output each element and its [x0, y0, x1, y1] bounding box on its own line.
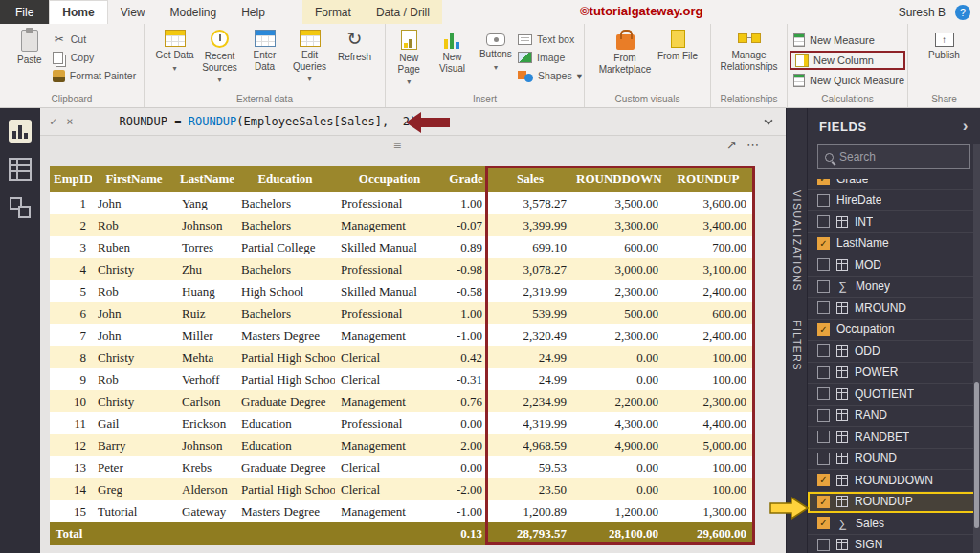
tab-home[interactable]: Home	[49, 0, 107, 24]
user-name[interactable]: Suresh B	[899, 6, 946, 19]
search-input[interactable]	[839, 150, 963, 164]
column-header-firstname[interactable]: FirstName	[92, 166, 176, 192]
column-header-grade[interactable]: Grade	[444, 166, 488, 192]
field-checkbox[interactable]	[817, 453, 830, 465]
shapes-button[interactable]: Shapes▾	[518, 68, 582, 83]
visualizations-pane-tab[interactable]: VISUALIZATIONS	[791, 190, 803, 292]
field-checkbox[interactable]: ✓	[817, 517, 830, 529]
field-item-lastname[interactable]: ✓LastName	[808, 233, 980, 255]
field-item-rand[interactable]: RAND	[808, 406, 980, 428]
report-view-icon[interactable]	[9, 120, 32, 143]
new-column-button[interactable]: New Column	[790, 51, 905, 70]
field-item-odd[interactable]: ODD	[808, 341, 980, 363]
field-item-occupation[interactable]: ✓Occupation	[808, 320, 980, 342]
copy-button[interactable]: Copy	[53, 50, 136, 65]
scrollbar-thumb[interactable]	[974, 382, 979, 529]
table-row[interactable]: 12BarryJohnsonEducationManagement2.004,9…	[50, 434, 752, 456]
recent-sources-button[interactable]: Recent Sources▾	[198, 27, 242, 84]
table-row[interactable]: 13PeterKrebsGraduate DegreeClerical0.005…	[50, 456, 752, 478]
field-checkbox[interactable]: ✓	[817, 323, 830, 336]
column-header-empid[interactable]: EmpID	[50, 166, 92, 192]
table-row[interactable]: 2RobJohnsonBachelorsManagement-0.073,399…	[50, 214, 752, 236]
table-row[interactable]: 4ChristyZhuBachelorsProfessional-0.983,0…	[50, 258, 752, 280]
field-checkbox[interactable]	[817, 194, 830, 207]
field-checkbox[interactable]	[817, 366, 830, 379]
buttons-button[interactable]: Buttons▾	[475, 27, 517, 72]
table-row[interactable]: 11GailEricksonEducationProfessional0.004…	[50, 412, 752, 434]
field-checkbox[interactable]: ✓	[817, 237, 830, 250]
visual-drag-handle-icon[interactable]: ≡	[393, 138, 401, 153]
get-data-button[interactable]: Get Data▾	[153, 27, 197, 73]
field-item-rounddown[interactable]: ✓ROUNDDOWN	[808, 470, 980, 492]
table-row[interactable]: 15TutorialGatewayMasters DegreeManagemen…	[50, 500, 752, 522]
tab-data-drill[interactable]: Data / Drill	[364, 0, 442, 24]
field-checkbox[interactable]	[817, 431, 830, 443]
more-options-icon[interactable]: ⋯	[746, 138, 759, 152]
text-box-button[interactable]: Text box	[518, 32, 582, 47]
field-item-sign[interactable]: SIGN	[808, 535, 980, 553]
field-checkbox[interactable]	[817, 409, 830, 422]
column-header-education[interactable]: Education	[235, 166, 335, 192]
field-item-round[interactable]: ROUND	[808, 449, 980, 471]
table-row[interactable]: 3RubenTorresPartial CollegeSkilled Manua…	[50, 236, 752, 258]
focus-mode-icon[interactable]: ↗	[726, 138, 737, 152]
field-checkbox[interactable]: ✓	[817, 474, 830, 486]
format-painter-button[interactable]: Format Painter	[53, 68, 136, 83]
tab-format[interactable]: Format	[302, 0, 364, 24]
data-view-icon[interactable]	[9, 158, 32, 181]
tab-view[interactable]: View	[108, 0, 158, 24]
help-icon[interactable]: ?	[955, 5, 970, 20]
table-row[interactable]: 1JohnYangBachelorsProfessional1.003,578.…	[50, 192, 752, 214]
paste-button[interactable]: Paste	[8, 27, 52, 66]
field-checkbox[interactable]: ✓	[817, 179, 830, 185]
field-checkbox[interactable]	[817, 280, 830, 293]
filters-pane-tab[interactable]: FILTERS	[791, 321, 803, 371]
column-header-occupation[interactable]: Occupation	[335, 166, 444, 192]
table-row[interactable]: 5RobHuangHigh SchoolSkilled Manual-0.582…	[50, 280, 752, 302]
model-view-icon[interactable]	[9, 196, 32, 219]
field-checkbox[interactable]	[817, 258, 830, 271]
cut-button[interactable]: ✂Cut	[53, 32, 136, 47]
new-quick-measure-button[interactable]: New Quick Measure	[790, 73, 905, 88]
field-item-power[interactable]: POWER	[808, 363, 980, 385]
field-checkbox[interactable]	[817, 301, 830, 314]
field-item-grade[interactable]: ✓Grade	[808, 179, 980, 190]
image-button[interactable]: Image	[518, 50, 582, 65]
cancel-formula-icon[interactable]: ×	[66, 115, 73, 128]
publish-button[interactable]: ↑Publish	[923, 27, 967, 61]
commit-formula-icon[interactable]: ✓	[50, 115, 56, 128]
field-item-roundup[interactable]: ✓ROUNDUP	[808, 492, 980, 514]
from-file-button[interactable]: From File	[656, 27, 700, 62]
table-row[interactable]: 7JohnMillerMasters DegreeManagement-1.00…	[50, 324, 752, 346]
from-marketplace-button[interactable]: From Marketplace	[595, 27, 655, 75]
table-row[interactable]: 9RobVerhoffPartial High SchoolClerical-0…	[50, 368, 752, 390]
edit-queries-button[interactable]: Edit Queries▾	[288, 27, 332, 83]
tab-file[interactable]: File	[0, 0, 49, 24]
search-box[interactable]	[817, 144, 970, 169]
refresh-button[interactable]: ↻Refresh	[333, 27, 377, 63]
column-header-sales[interactable]: Sales	[488, 166, 572, 192]
table-visual[interactable]: EmpIDFirstNameLastNameEducationOccupatio…	[50, 166, 752, 545]
field-item-sales[interactable]: ✓∑Sales	[808, 513, 980, 535]
column-header-roundup[interactable]: ROUNDUP	[664, 166, 752, 192]
table-row[interactable]: 6JohnRuizBachelorsProfessional1.00539.99…	[50, 302, 752, 324]
table-row[interactable]: 8ChristyMehtaPartial High SchoolClerical…	[50, 346, 752, 368]
column-header-lastname[interactable]: LastName	[176, 166, 235, 192]
field-checkbox[interactable]	[817, 344, 830, 357]
enter-data-button[interactable]: Enter Data	[243, 27, 287, 72]
field-item-quotient[interactable]: QUOTIENT	[808, 384, 980, 406]
tab-help[interactable]: Help	[229, 0, 278, 24]
formula-text[interactable]: ROUNDUP = ROUNDUP(EmployeeSales[Sales], …	[119, 115, 416, 128]
formula-expand-chevron-icon[interactable]	[764, 116, 772, 124]
field-checkbox[interactable]: ✓	[817, 496, 830, 508]
collapse-pane-chevron-icon[interactable]: ›	[963, 117, 969, 136]
new-page-button[interactable]: New Page▾	[388, 27, 430, 86]
new-measure-button[interactable]: New Measure	[790, 33, 905, 48]
table-row[interactable]: 10ChristyCarlsonGraduate DegreeManagemen…	[50, 390, 752, 412]
column-header-rounddown[interactable]: ROUNDDOWN	[572, 166, 664, 192]
formula-bar[interactable]: ✓ × ROUNDUP = ROUNDUP(EmployeeSales[Sale…	[40, 108, 786, 136]
field-item-money[interactable]: ∑Money	[808, 276, 980, 299]
field-item-mround[interactable]: MROUND	[808, 298, 980, 320]
field-checkbox[interactable]	[817, 539, 830, 551]
new-visual-button[interactable]: New Visual	[431, 27, 473, 74]
